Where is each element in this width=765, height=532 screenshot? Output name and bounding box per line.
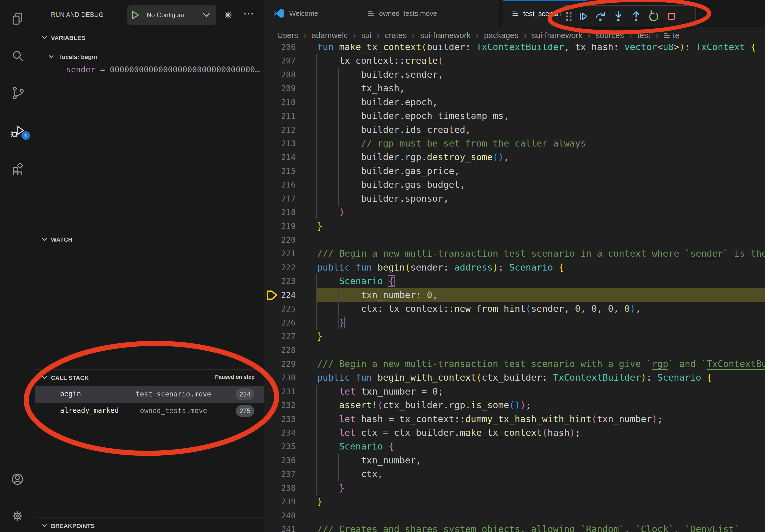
code-line[interactable]: let hash = tx_context::dummy_tx_hash_wit… — [317, 412, 663, 426]
breadcrumb-item[interactable]: sui — [361, 31, 371, 40]
gutter-line-number[interactable]: 213 — [264, 136, 296, 150]
code-line[interactable]: ) — [317, 205, 345, 219]
variables-scope-label[interactable]: locals: begin — [60, 54, 97, 61]
gutter-line-number[interactable]: 239 — [264, 495, 296, 508]
code-line[interactable]: assert!(ctx_builder.rgp.is_some()); — [317, 398, 531, 412]
code-line[interactable]: builder.rgp.destroy_some(), — [317, 150, 509, 164]
code-line[interactable]: Scenario { — [317, 439, 394, 453]
breadcrumb-item[interactable]: packages — [484, 31, 518, 40]
gutter-line-number[interactable]: 214 — [264, 150, 296, 164]
tab-welcome[interactable]: Welcome — [264, 0, 359, 27]
section-header-breakpoints[interactable]: BREAKPOINTS — [51, 523, 95, 530]
debug-settings-gear-icon[interactable] — [223, 10, 234, 21]
code-line[interactable]: public fun begin(sender: address): Scena… — [317, 261, 564, 274]
gutter-line-number[interactable]: 207 — [264, 54, 296, 68]
gutter-line-number[interactable]: 209 — [264, 82, 296, 95]
code-line[interactable]: } — [317, 219, 323, 233]
breadcrumb-item[interactable]: sources — [596, 31, 624, 40]
gutter-line-number[interactable]: 226 — [264, 316, 296, 330]
extensions-icon[interactable] — [10, 160, 25, 175]
step-into-button[interactable] — [609, 8, 627, 24]
gutter-line-number[interactable]: 215 — [264, 164, 296, 178]
call-stack-frame[interactable]: begin test_scenario.move 224 — [35, 386, 264, 402]
gutter-line-number[interactable]: 225 — [264, 302, 296, 316]
gutter-line-number[interactable]: 229 — [264, 357, 296, 371]
toolbar-drag-grip[interactable] — [566, 12, 571, 21]
tab-owned-tests[interactable]: owned_tests.move — [359, 0, 498, 27]
account-icon[interactable] — [10, 472, 25, 487]
search-icon[interactable] — [10, 49, 25, 64]
gutter-line-number[interactable]: 233 — [264, 412, 296, 426]
breadcrumb-item[interactable]: sui-framework — [420, 31, 470, 40]
more-actions-icon[interactable]: ⋯ — [243, 6, 254, 21]
call-stack-frame[interactable]: already_marked owned_tests.move 275 — [35, 402, 264, 419]
gutter-line-number[interactable]: 219 — [264, 219, 296, 233]
breadcrumb-item[interactable]: test — [637, 31, 650, 40]
code-line[interactable]: let txn_number = 0; — [317, 385, 443, 398]
step-over-button[interactable] — [592, 8, 609, 24]
gutter-line-number[interactable]: 221 — [264, 247, 296, 260]
code-line[interactable]: txn_number: 0, — [317, 288, 438, 302]
gutter-line-number[interactable]: 228 — [264, 343, 296, 357]
gutter-line-number[interactable]: 241 — [264, 522, 296, 532]
code-line[interactable]: } — [317, 481, 345, 495]
code-line[interactable]: ctx, — [317, 467, 383, 481]
source-control-icon[interactable] — [10, 85, 25, 100]
debug-config-dropdown[interactable]: No Configura — [127, 5, 216, 25]
code-editor[interactable]: 206fun make_tx_context(builder: TxContex… — [264, 0, 765, 532]
gutter-line-number[interactable]: 211 — [264, 109, 296, 123]
code-line[interactable]: /// Begin a new multi-transaction test s… — [317, 247, 765, 260]
code-line[interactable]: builder.epoch_timestamp_ms, — [317, 109, 509, 123]
gutter-line-number[interactable]: 217 — [264, 192, 296, 205]
step-out-button[interactable] — [627, 8, 645, 24]
code-line[interactable]: builder.ids_created, — [317, 123, 471, 136]
gutter-line-number[interactable]: 224 — [264, 288, 296, 302]
code-line[interactable]: /// Creates and shares system objects, a… — [317, 522, 740, 532]
code-line[interactable]: txn_number, — [317, 453, 421, 467]
code-line[interactable]: builder.gas_price, — [317, 164, 460, 178]
breadcrumb-item[interactable]: crates — [385, 31, 407, 40]
code-line[interactable]: ctx: tx_context::new_from_hint(sender, 0… — [317, 302, 641, 316]
section-divider[interactable] — [35, 370, 264, 370]
code-line[interactable]: let ctx = ctx_builder.make_tx_context(ha… — [317, 426, 581, 439]
gutter-line-number[interactable]: 240 — [264, 509, 296, 522]
gutter-line-number[interactable]: 222 — [264, 261, 296, 274]
settings-gear-icon[interactable] — [10, 508, 25, 523]
gutter-line-number[interactable]: 220 — [264, 233, 296, 247]
breadcrumb-file[interactable]: te — [673, 31, 679, 40]
code-line[interactable]: public fun begin_with_context(ctx_builde… — [317, 371, 712, 385]
code-line[interactable]: } — [317, 330, 323, 343]
gutter-line-number[interactable]: 232 — [264, 398, 296, 412]
gutter-line-number[interactable]: 231 — [264, 385, 296, 398]
gutter-line-number[interactable]: 216 — [264, 178, 296, 191]
section-header-variables[interactable]: VARIABLES — [51, 35, 85, 42]
code-line[interactable]: // rgp must be set from the caller alway… — [317, 136, 586, 150]
section-divider[interactable] — [35, 231, 264, 231]
explorer-icon[interactable] — [10, 11, 25, 26]
gutter-line-number[interactable]: 212 — [264, 123, 296, 136]
restart-button[interactable] — [645, 8, 663, 24]
gutter-line-number[interactable]: 223 — [264, 274, 296, 288]
gutter-line-number[interactable]: 234 — [264, 426, 296, 439]
section-divider[interactable] — [35, 517, 264, 518]
breadcrumb-item[interactable]: adamwelc — [312, 31, 348, 40]
code-line[interactable]: builder.sender, — [317, 68, 443, 82]
gutter-line-number[interactable]: 235 — [264, 439, 296, 453]
code-line[interactable]: tx_hash, — [317, 82, 405, 95]
code-line[interactable]: } — [317, 495, 323, 508]
gutter-line-number[interactable]: 238 — [264, 481, 296, 495]
gutter-line-number[interactable]: 218 — [264, 205, 296, 219]
code-line[interactable]: builder.epoch, — [317, 95, 438, 109]
code-line[interactable]: Scenario { — [317, 274, 394, 288]
variable-row[interactable]: sender = 000000000000000000000000000000… — [66, 65, 260, 74]
gutter-line-number[interactable]: 210 — [264, 95, 296, 109]
code-line[interactable]: } — [317, 316, 345, 330]
code-line[interactable]: builder.sponsor, — [317, 192, 449, 205]
gutter-line-number[interactable]: 236 — [264, 453, 296, 467]
gutter-line-number[interactable]: 227 — [264, 330, 296, 343]
code-line[interactable]: builder.gas_budget, — [317, 178, 465, 191]
gutter-line-number[interactable]: 208 — [264, 68, 296, 82]
breadcrumb-item[interactable]: sui-framework — [532, 31, 582, 40]
gutter-line-number[interactable]: 230 — [264, 371, 296, 385]
section-header-call-stack[interactable]: CALL STACK — [51, 375, 89, 382]
